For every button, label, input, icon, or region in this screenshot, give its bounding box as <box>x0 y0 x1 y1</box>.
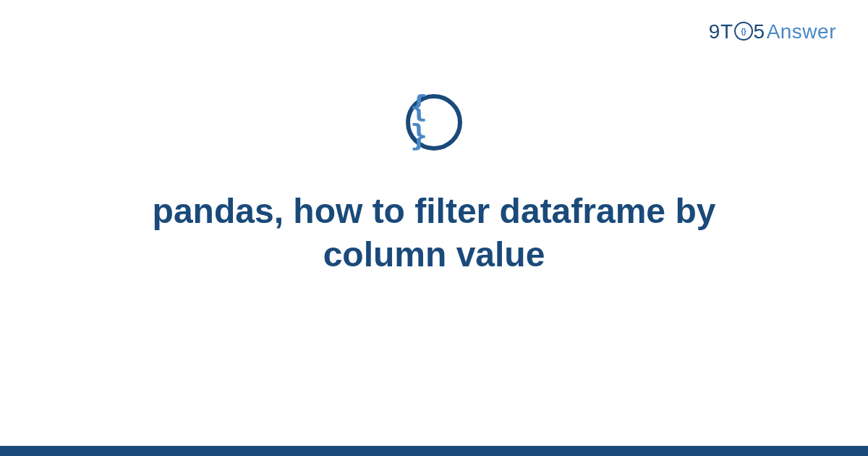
logo-text-9t: 9T <box>709 20 733 43</box>
braces-icon: { } <box>410 92 458 150</box>
logo-text-answer: Answer <box>767 20 836 43</box>
main-content: { } pandas, how to filter dataframe by c… <box>0 94 868 276</box>
logo-circle-icon: {} <box>734 22 753 41</box>
logo-text-5: 5 <box>754 20 765 43</box>
category-badge-icon: { } <box>406 94 462 151</box>
page-title: pandas, how to filter dataframe by colum… <box>72 190 796 276</box>
site-logo[interactable]: 9T {} 5 Answer <box>709 20 836 43</box>
footer-bar <box>0 446 868 456</box>
logo-braces-small: {} <box>741 27 746 35</box>
